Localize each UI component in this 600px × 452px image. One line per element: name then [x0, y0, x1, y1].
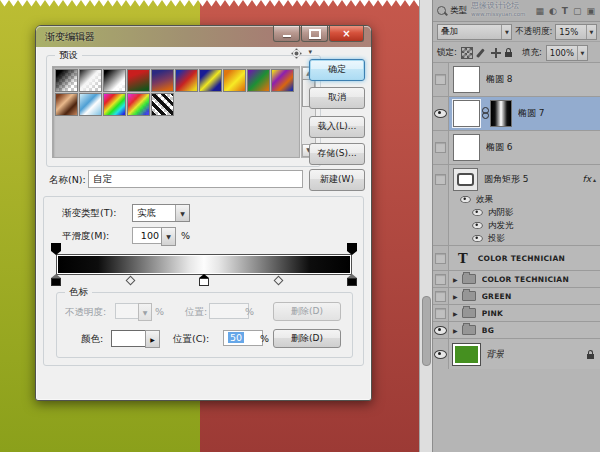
lock-pixels-icon[interactable] — [477, 48, 487, 58]
eye-well[interactable] — [435, 74, 446, 85]
visibility-column[interactable] — [433, 193, 449, 206]
layer-row[interactable]: TCOLOR TECHNICIAN — [433, 245, 600, 270]
midpoint-diamond-25[interactable] — [126, 276, 136, 286]
ok-button[interactable]: 确定 — [309, 59, 365, 81]
eye-icon[interactable] — [434, 326, 447, 335]
eye-well[interactable] — [435, 291, 446, 302]
eye-well[interactable] — [435, 253, 446, 264]
preset-swatch-transparent-rainbow[interactable] — [127, 93, 150, 116]
layer-row[interactable]: 圆角矩形 5fx▴ — [433, 164, 600, 193]
dialog-titlebar[interactable]: 渐变编辑器 × — [36, 26, 371, 47]
eye-icon[interactable] — [472, 235, 482, 242]
eye-well[interactable] — [435, 174, 446, 185]
opacity-stop-100[interactable] — [347, 243, 357, 255]
preset-swatch-chrome[interactable] — [79, 93, 102, 116]
layer-thumbnail[interactable] — [453, 100, 480, 127]
blend-mode-select[interactable]: 叠加 ▼ — [437, 24, 512, 40]
midpoint-diamond-75[interactable] — [274, 276, 284, 286]
close-button[interactable]: × — [329, 26, 364, 42]
visibility-column[interactable] — [433, 63, 449, 96]
chevron-down-icon[interactable]: ▼ — [175, 205, 189, 221]
color-stop-100[interactable] — [347, 274, 357, 286]
visibility-column[interactable] — [433, 246, 449, 270]
preset-swatch-yellow-violet-orange-blue[interactable] — [271, 69, 294, 92]
layer-row[interactable]: ▶GREEN — [433, 287, 600, 304]
delete-color-button[interactable]: 删除(D) — [273, 329, 341, 348]
maximize-button[interactable] — [301, 26, 328, 42]
expand-caret-icon[interactable]: ▶ — [453, 310, 458, 317]
visibility-column[interactable] — [433, 131, 449, 164]
stop-color-swatch[interactable] — [111, 330, 146, 347]
layer-opacity-select[interactable]: 15% ▼ — [555, 24, 597, 40]
background-thumbnail[interactable] — [453, 344, 480, 365]
preset-swatch-violet-orange[interactable] — [151, 69, 174, 92]
position-c-input[interactable]: 50 — [223, 330, 263, 346]
preset-swatch-orange-yellow-orange[interactable] — [223, 69, 246, 92]
color-stop-50[interactable] — [199, 274, 209, 286]
layer-row[interactable]: 投影 — [433, 232, 600, 245]
opacity-stop-0[interactable] — [51, 243, 61, 255]
gear-menu-caret-icon[interactable]: ▾ — [308, 48, 312, 56]
eye-well[interactable] — [435, 308, 446, 319]
eye-icon[interactable] — [460, 196, 470, 203]
save-button[interactable]: 存储(S)... — [309, 143, 365, 165]
layer-row[interactable]: 椭圆 6 — [433, 130, 600, 164]
layer-row[interactable]: 椭圆 7 — [433, 96, 600, 130]
layer-row[interactable]: 背景 — [433, 338, 600, 369]
color-stop-0[interactable] — [51, 274, 61, 286]
eye-well[interactable] — [435, 274, 446, 285]
preset-swatch-blue-yellow-blue[interactable] — [199, 69, 222, 92]
preset-swatch-black-white[interactable] — [103, 69, 126, 92]
new-button[interactable]: 新建(W) — [309, 169, 365, 191]
text-layer-icon[interactable]: T — [458, 251, 468, 266]
scrollbar-thumb[interactable] — [422, 296, 431, 366]
layer-row[interactable]: ▶COLOR TECHNICIAN — [433, 270, 600, 287]
cancel-button[interactable]: 取消 — [309, 87, 365, 109]
smart-object-filter-icon[interactable]: ▣ — [586, 6, 595, 16]
layer-row[interactable]: 内发光 — [433, 219, 600, 232]
gradient-type-select[interactable]: 实底 ▼ — [132, 204, 190, 222]
visibility-column[interactable] — [433, 219, 449, 232]
lock-all-icon[interactable] — [505, 52, 512, 57]
preset-swatch-spectrum[interactable] — [103, 93, 126, 116]
visibility-column[interactable] — [433, 97, 449, 130]
preset-swatch-transparent-stripes[interactable] — [151, 93, 174, 116]
eye-icon[interactable] — [434, 350, 447, 359]
eye-icon[interactable] — [472, 209, 482, 216]
search-icon[interactable] — [437, 6, 446, 15]
visibility-column[interactable] — [433, 232, 449, 245]
visibility-column[interactable] — [433, 305, 449, 321]
layer-row[interactable]: 效果 — [433, 193, 600, 206]
layer-thumbnail[interactable] — [453, 134, 480, 161]
color-picker-arrow-icon[interactable]: ▶ — [145, 330, 160, 348]
expand-caret-icon[interactable]: ▶ — [453, 276, 458, 283]
layer-row[interactable]: ▶PINK — [433, 304, 600, 321]
visibility-column[interactable] — [433, 322, 449, 338]
preset-swatch-foreground-to-background[interactable] — [79, 69, 102, 92]
visibility-column[interactable] — [433, 339, 449, 369]
preset-swatch-foreground-to-transparent[interactable] — [55, 69, 78, 92]
visibility-column[interactable] — [433, 165, 449, 193]
layer-row[interactable]: ▶BG — [433, 321, 600, 338]
preset-swatch-violet-green-orange[interactable] — [247, 69, 270, 92]
preset-swatch-copper[interactable] — [55, 93, 78, 116]
shape-filter-icon[interactable]: ▢ — [573, 6, 582, 16]
visibility-column[interactable] — [433, 271, 449, 287]
preset-swatch-red-green[interactable] — [127, 69, 150, 92]
pixel-filter-icon[interactable]: ▦ — [535, 6, 544, 16]
eye-icon[interactable] — [472, 222, 482, 229]
visibility-column[interactable] — [433, 288, 449, 304]
preset-swatch-blue-red-yellow[interactable] — [175, 69, 198, 92]
load-button[interactable]: 载入(L)... — [309, 116, 365, 138]
lock-transparency-icon[interactable] — [461, 47, 473, 59]
eye-icon[interactable] — [434, 109, 447, 118]
document-vertical-scrollbar[interactable] — [419, 0, 433, 452]
expand-caret-icon[interactable]: ▶ — [453, 327, 458, 334]
name-input[interactable] — [88, 170, 303, 188]
fx-badge[interactable]: fx▴ — [582, 174, 596, 184]
gradient-preview-bar[interactable] — [56, 254, 352, 275]
adjustment-filter-icon[interactable]: ◐ — [549, 6, 557, 16]
gradient-fill-thumbnail[interactable] — [490, 100, 512, 127]
layer-row[interactable]: 椭圆 8 — [433, 62, 600, 96]
eye-well[interactable] — [435, 142, 446, 153]
